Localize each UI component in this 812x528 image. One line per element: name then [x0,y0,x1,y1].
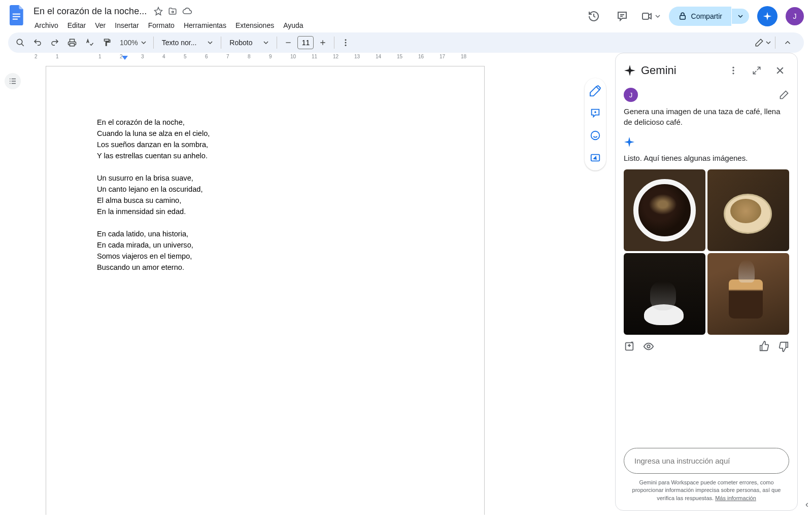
menu-herramientas[interactable]: Herramientas [180,19,230,31]
account-avatar[interactable]: J [786,7,804,25]
menubar: ArchivoEditarVerInsertarFormatoHerramien… [30,18,584,32]
spellcheck-icon[interactable] [81,34,97,51]
gemini-close-icon[interactable] [771,61,789,80]
ruler-tick: 12 [333,54,339,59]
generated-image-3[interactable] [624,253,705,335]
ruler-tick: 11 [312,54,317,59]
app-header: En el corazón de la noche... ArchivoEdit… [0,0,812,32]
ruler-tick: 5 [184,54,187,59]
ruler-tick: 2 [35,54,38,59]
menu-archivo[interactable]: Archivo [30,19,62,31]
menu-extensiones[interactable]: Extensiones [231,19,278,31]
edit-prompt-icon[interactable] [779,90,789,100]
menu-editar[interactable]: Editar [63,19,90,31]
generated-image-1[interactable] [624,169,705,251]
search-icon[interactable] [12,34,28,51]
ruler-tick: 3 [141,54,144,59]
ruler-tick: 10 [290,54,296,59]
thumbs-up-icon[interactable] [759,341,770,352]
paragraph-style-select[interactable]: Texto nor... [157,34,218,51]
increase-font-icon[interactable] [315,34,331,51]
document-line[interactable]: El alma busca su camino, [97,195,433,206]
document-line[interactable]: Los sueños danzan en la sombra, [97,139,433,151]
menu-formato[interactable]: Formato [144,19,179,31]
document-page[interactable]: En el corazón de la noche,Cuando la luna… [46,66,485,515]
ruler-tick: 16 [418,54,424,59]
document-line[interactable]: En cada mirada, un universo, [97,240,433,251]
redo-icon[interactable] [47,34,63,51]
gemini-launch-button[interactable] [757,6,777,26]
collapse-toolbar-icon[interactable] [780,34,796,51]
print-icon[interactable] [64,34,80,51]
svg-rect-2 [13,19,18,20]
more-info-link[interactable]: Más información [715,495,756,501]
generated-images-grid [624,169,789,335]
gemini-menu-icon[interactable] [724,61,742,80]
ruler-tick: 4 [162,54,165,59]
suggest-edits-icon[interactable] [588,150,603,165]
outline-toggle-icon[interactable] [5,73,21,89]
docs-logo-icon[interactable] [8,6,26,24]
generated-image-4[interactable] [707,253,789,335]
share-dropdown[interactable] [732,9,749,24]
toolbar: 100% Texto nor... Roboto [8,32,804,53]
user-prompt-text: Genera una imagen de una taza de café, l… [624,106,789,127]
generated-image-2[interactable] [707,169,789,251]
document-line[interactable]: En cada latido, una historia, [97,229,433,240]
meet-button[interactable] [640,6,661,26]
history-icon[interactable] [584,6,604,26]
emoji-reaction-icon[interactable] [588,128,603,143]
gemini-prompt-input[interactable] [624,448,789,474]
move-icon[interactable] [168,6,177,16]
document-scroll-area[interactable]: 21123456789101112131415161718 En el cora… [25,53,615,515]
side-panel-collapse-icon[interactable]: ‹ [802,53,812,515]
paint-format-icon[interactable] [98,34,115,51]
svg-point-6 [345,39,347,41]
svg-point-7 [345,42,347,44]
insert-icon[interactable] [624,341,635,352]
sources-icon[interactable] [643,341,654,352]
document-line[interactable] [97,218,433,229]
gemini-disclaimer: Gemini para Workspace puede cometer erro… [624,479,789,502]
star-icon[interactable] [154,6,163,16]
comments-icon[interactable] [612,6,632,26]
document-title[interactable]: En el corazón de la noche... [30,5,150,18]
document-line[interactable]: Un canto lejano en la oscuridad, [97,184,433,195]
more-toolbar-icon[interactable] [337,34,354,51]
font-size-input[interactable] [297,36,314,49]
document-line[interactable]: Buscando un amor eterno. [97,262,433,273]
ruler-tick: 18 [461,54,466,59]
ruler-tick: 8 [248,54,251,59]
thumbs-down-icon[interactable] [778,341,789,352]
cloud-status-icon[interactable] [182,6,192,16]
menu-ver[interactable]: Ver [91,19,110,31]
ruler-tick: 7 [226,54,229,59]
editing-mode-button[interactable] [755,34,771,51]
share-button[interactable]: Compartir [669,7,731,26]
document-line[interactable]: Un susurro en la brisa suave, [97,173,433,184]
svg-point-12 [732,69,734,71]
svg-point-8 [345,45,347,46]
document-line[interactable]: Y las estrellas cuentan su anhelo. [97,151,433,162]
font-select[interactable]: Roboto [224,34,274,51]
menu-insertar[interactable]: Insertar [111,19,143,31]
svg-rect-1 [13,16,20,17]
document-line[interactable]: Somos viajeros en el tiempo, [97,251,433,262]
ai-write-icon[interactable] [588,83,603,98]
menu-ayuda[interactable]: Ayuda [279,19,307,31]
document-line[interactable]: En el corazón de la noche, [97,117,433,128]
document-line[interactable] [97,162,433,173]
add-comment-icon[interactable] [588,105,603,121]
zoom-select[interactable]: 100% [116,34,150,51]
decrease-font-icon[interactable] [280,34,296,51]
document-line[interactable]: Cuando la luna se alza en el cielo, [97,128,433,139]
document-line[interactable]: En la inmensidad sin edad. [97,206,433,218]
ruler-tick: 13 [354,54,360,59]
svg-rect-0 [13,14,20,15]
svg-rect-4 [680,16,685,20]
title-area: En el corazón de la noche... ArchivoEdit… [30,4,584,32]
undo-icon[interactable] [29,34,46,51]
horizontal-ruler[interactable]: 21123456789101112131415161718 [25,53,507,61]
gemini-expand-icon[interactable] [748,61,766,80]
ruler-tick: 17 [439,54,445,59]
